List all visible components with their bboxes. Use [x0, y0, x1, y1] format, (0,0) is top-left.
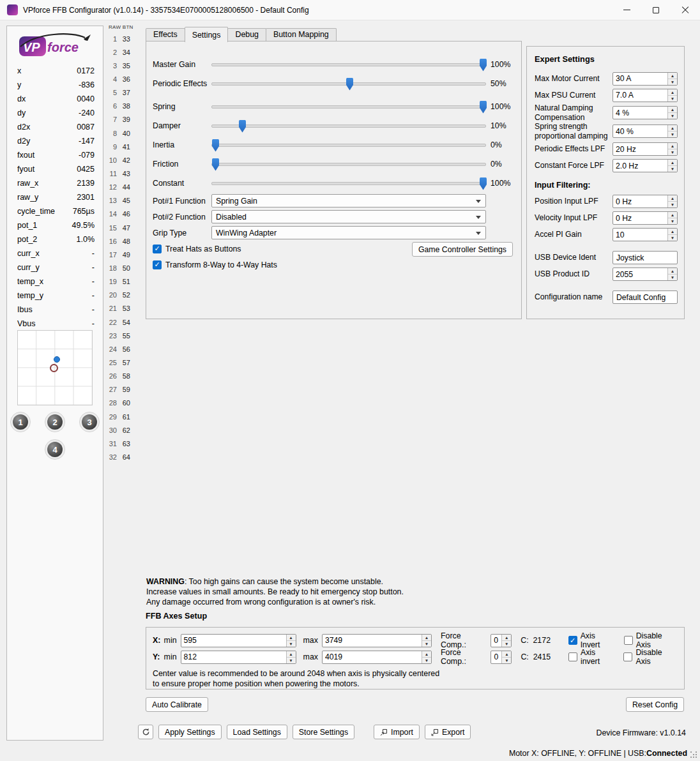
y-axis-invert-checkbox[interactable] — [568, 652, 577, 661]
master-gain-slider[interactable] — [211, 63, 486, 66]
spin-down-button[interactable]: ▼ — [668, 218, 677, 224]
x-max-spinbox[interactable]: 3749▲▼ — [322, 634, 432, 647]
spin-up-button[interactable]: ▲ — [668, 195, 677, 202]
spin-up-button[interactable]: ▲ — [668, 73, 677, 79]
velocity-input-lpf-spinbox[interactable]: 0 Hz▲▼ — [612, 211, 678, 225]
max-psu-current-spinbox[interactable]: 7.0 A▲▼ — [612, 89, 678, 102]
spin-up-button[interactable]: ▲ — [668, 143, 677, 149]
spin-down-button[interactable]: ▼ — [287, 641, 296, 647]
spin-up-button[interactable]: ▲ — [502, 635, 511, 641]
y-min-spinbox[interactable]: 812▲▼ — [181, 651, 296, 664]
tab-effects[interactable]: Effects — [146, 28, 185, 41]
profile-button-label: 3 — [82, 414, 97, 430]
usb-product-id-spinbox[interactable]: 2055▲▼ — [612, 267, 678, 281]
spin-up-button[interactable]: ▲ — [668, 107, 677, 113]
tab-button-mapping[interactable]: Button Mapping — [266, 28, 337, 41]
spin-up-button[interactable]: ▲ — [668, 212, 677, 218]
close-button[interactable] — [671, 0, 700, 20]
periodic-effects-slider[interactable] — [211, 82, 486, 86]
spin-up-button[interactable]: ▲ — [422, 635, 431, 641]
tab-debug[interactable]: Debug — [227, 28, 266, 41]
spin-up-button[interactable]: ▲ — [668, 125, 677, 132]
profile-button-1[interactable]: 1 — [10, 412, 31, 432]
slider-handle[interactable] — [212, 139, 219, 152]
spin-down-button[interactable]: ▼ — [668, 96, 677, 102]
constant-slider[interactable] — [211, 182, 486, 185]
spin-down-button[interactable]: ▼ — [668, 149, 677, 155]
inertia-slider[interactable] — [211, 144, 486, 147]
minimize-button[interactable] — [612, 0, 641, 20]
position-input-lpf-spinbox[interactable]: 0 Hz▲▼ — [612, 195, 678, 208]
grip-type-dropdown[interactable]: WinWing Adapter — [211, 226, 486, 239]
pot-2-function-dropdown[interactable]: Disabled — [211, 210, 486, 223]
damper-slider[interactable] — [211, 124, 486, 128]
load-settings-button[interactable]: Load Settings — [227, 725, 287, 739]
spin-down-button[interactable]: ▼ — [668, 113, 677, 119]
telemetry-value: 2301 — [77, 193, 95, 202]
x-force-comp-spinbox[interactable]: 0▲▼ — [491, 634, 512, 647]
profile-button-3[interactable]: 3 — [79, 412, 100, 432]
spin-up-button[interactable]: ▲ — [668, 268, 677, 275]
import-button[interactable]: Import — [374, 725, 420, 739]
spin-down-button[interactable]: ▼ — [668, 132, 677, 137]
spin-up-button[interactable]: ▲ — [668, 89, 677, 96]
slider-handle[interactable] — [212, 158, 219, 171]
spin-down-button[interactable]: ▼ — [668, 79, 677, 85]
export-button[interactable]: Export — [425, 725, 471, 739]
spin-down-button[interactable]: ▼ — [668, 166, 677, 172]
max-motor-current-spinbox[interactable]: 30 A▲▼ — [612, 72, 678, 86]
raw-btn-row: 941 — [107, 140, 137, 153]
apply-settings-button[interactable]: Apply Settings — [158, 725, 222, 739]
x-disable-axis-checkbox[interactable] — [624, 636, 633, 645]
maximize-button[interactable] — [641, 0, 671, 20]
periodic-effects-lpf-spinbox[interactable]: 20 Hz▲▼ — [612, 142, 678, 156]
spring-slider[interactable] — [211, 105, 486, 109]
spin-up-button[interactable]: ▲ — [422, 651, 431, 658]
accel-pi-gain-spinbox[interactable]: 10▲▼ — [612, 228, 678, 241]
usb-device-ident-input[interactable]: Joystick — [612, 251, 678, 264]
spin-up-button[interactable]: ▲ — [287, 635, 296, 641]
spin-down-button[interactable]: ▼ — [502, 641, 511, 647]
spin-down-button[interactable]: ▼ — [422, 641, 431, 647]
profile-button-4[interactable]: 4 — [45, 439, 65, 460]
spin-up-button[interactable]: ▲ — [502, 651, 511, 658]
dropdown-row: Pot#2 FunctionDisabled — [146, 209, 521, 225]
profile-button-label: 2 — [47, 414, 63, 430]
slider-handle[interactable] — [480, 177, 487, 190]
refresh-button[interactable] — [138, 725, 153, 739]
spin-down-button[interactable]: ▼ — [287, 658, 296, 663]
y-force-comp-spinbox[interactable]: 0▲▼ — [491, 651, 512, 664]
telemetry-value: 1.0% — [77, 235, 95, 244]
profile-button-2[interactable]: 2 — [45, 412, 65, 432]
store-settings-button[interactable]: Store Settings — [293, 725, 354, 739]
auto-calibrate-button[interactable]: Auto Calibrate — [146, 697, 208, 712]
reset-config-button[interactable]: Reset Config — [626, 697, 684, 712]
resize-grip[interactable] — [690, 751, 698, 759]
game-controller-settings-button[interactable]: Game Controller Settings — [412, 242, 513, 257]
slider-handle[interactable] — [239, 120, 246, 133]
x-axis-invert-checkbox[interactable]: ✓ — [568, 636, 577, 645]
friction-slider[interactable] — [211, 163, 486, 166]
spin-down-button[interactable]: ▼ — [502, 658, 511, 663]
natural-damping-compensation-spinbox[interactable]: 4 %▲▼ — [612, 106, 678, 119]
spin-down-button[interactable]: ▼ — [668, 235, 677, 241]
spin-up-button[interactable]: ▲ — [668, 160, 677, 166]
y-disable-axis-checkbox[interactable] — [623, 652, 632, 661]
y-max-spinbox[interactable]: 4019▲▼ — [322, 651, 432, 664]
spin-down-button[interactable]: ▼ — [668, 202, 677, 207]
transform-8-way-to-4-way-hats-checkbox[interactable]: ✓ — [153, 260, 162, 269]
treat-hats-as-buttons-checkbox[interactable]: ✓ — [153, 245, 162, 253]
slider-handle[interactable] — [480, 59, 487, 72]
spring-strength-proportional-damping-spinbox[interactable]: 40 %▲▼ — [612, 124, 678, 138]
spin-up-button[interactable]: ▲ — [668, 229, 677, 235]
tab-settings[interactable]: Settings — [185, 27, 229, 42]
x-min-spinbox[interactable]: 595▲▼ — [181, 634, 296, 647]
pot-1-function-dropdown[interactable]: Spring Gain — [211, 194, 486, 207]
spin-up-button[interactable]: ▲ — [287, 651, 296, 658]
configuration-name-input[interactable]: Default Config — [612, 290, 678, 304]
slider-handle[interactable] — [480, 101, 487, 114]
constant-force-lpf-spinbox[interactable]: 2.0 Hz▲▼ — [612, 159, 678, 172]
spin-down-button[interactable]: ▼ — [422, 658, 431, 663]
spin-down-button[interactable]: ▼ — [668, 275, 677, 280]
slider-handle[interactable] — [346, 78, 353, 91]
